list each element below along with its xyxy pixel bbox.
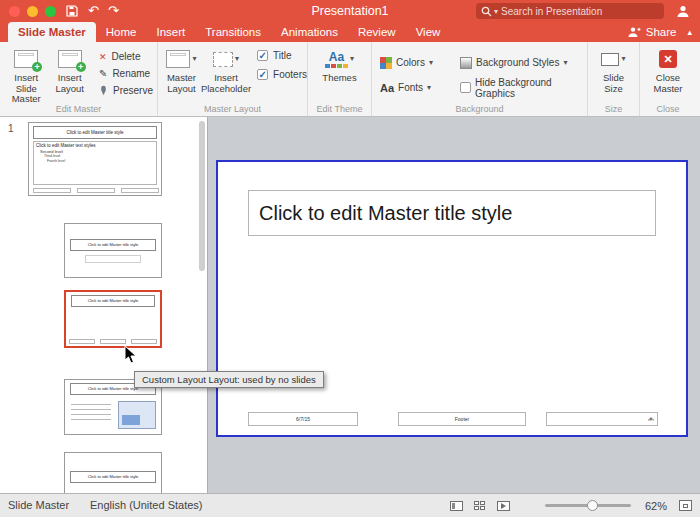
group-label-close: Close	[640, 104, 696, 114]
slide-number: 1	[8, 123, 14, 134]
layout1-title: Click to edit Master title style	[70, 239, 156, 251]
master-layout-label: Master Layout	[162, 73, 201, 94]
footers-checkbox[interactable]: ✓	[257, 69, 268, 80]
title-checkbox[interactable]: ✓	[257, 50, 268, 61]
group-label-master-layout: Master Layout	[158, 104, 307, 114]
group-label-size: Size	[588, 104, 639, 114]
insert-layout-label: Insert Layout	[48, 73, 91, 94]
hide-background-graphics-row[interactable]: Hide Background Graphics	[460, 77, 594, 99]
tab-home[interactable]: Home	[96, 22, 147, 42]
slide-canvas[interactable]: Click to edit Master title style 6/7/15 …	[216, 160, 688, 437]
rename-button[interactable]: ✎ Rename	[95, 65, 157, 82]
fonts-label: Fonts	[398, 82, 423, 93]
fonts-icon: Aa	[380, 82, 394, 94]
search-icon	[481, 6, 492, 17]
share-icon	[627, 26, 641, 38]
themes-caret-icon: ▾	[350, 54, 354, 65]
hide-background-graphics-checkbox[interactable]	[460, 82, 471, 93]
titlebar: ↶ ↷ Presentation1 ▾	[0, 0, 700, 22]
tab-insert[interactable]: Insert	[146, 22, 195, 42]
title-placeholder[interactable]: Click to edit Master title style	[248, 190, 656, 236]
group-size: ▾ Slide Size Size	[588, 42, 640, 116]
zoom-percentage[interactable]: 62%	[645, 500, 667, 512]
layout-thumbnail-2-selected[interactable]: Click to edit Master title style	[64, 290, 162, 348]
master-layout-button[interactable]: ▾ Master Layout	[162, 42, 201, 94]
zoom-slider-knob[interactable]	[587, 500, 598, 511]
footers-checkbox-row[interactable]: ✓ Footers	[257, 69, 307, 80]
tab-slide-master[interactable]: Slide Master	[8, 22, 96, 42]
tab-animations[interactable]: Animations	[271, 22, 348, 42]
collapse-ribbon-icon[interactable]: ▴	[687, 27, 692, 37]
slide-sorter-view-icon[interactable]	[474, 501, 486, 511]
insert-placeholder-caret-icon: ▾	[235, 54, 239, 65]
layout2-number-box	[131, 339, 157, 344]
group-edit-master: + Insert Slide Master + Insert Layout ✕ …	[0, 42, 158, 116]
search-box[interactable]: ▾	[476, 3, 664, 19]
delete-button[interactable]: ✕ Delete	[95, 48, 157, 65]
close-master-icon: ✕	[659, 50, 677, 68]
master-thumb-footer-box	[77, 188, 115, 193]
background-styles-button[interactable]: Background Styles ▾	[460, 57, 594, 69]
master-layout-icon	[166, 50, 190, 68]
app-window: ↶ ↷ Presentation1 ▾ Slide Master Home In…	[0, 0, 700, 517]
colors-button[interactable]: Colors ▾	[380, 57, 460, 69]
search-scope-caret-icon[interactable]: ▾	[494, 7, 498, 16]
close-master-button[interactable]: ✕ Close Master	[643, 42, 693, 94]
tab-view[interactable]: View	[406, 22, 451, 42]
tab-review[interactable]: Review	[348, 22, 406, 42]
close-master-label: Close Master	[648, 73, 688, 94]
status-bar: Slide Master English (United States) 62%	[0, 493, 700, 517]
colors-label: Colors	[396, 57, 425, 68]
background-styles-icon	[460, 57, 472, 69]
layout-thumbnail-4[interactable]: Click to edit Master title style	[64, 452, 162, 493]
zoom-slider[interactable]	[545, 504, 631, 507]
insert-slide-master-button[interactable]: + Insert Slide Master	[4, 42, 48, 105]
master-layout-caret-icon: ▾	[192, 54, 196, 65]
sidebar-scrollbar[interactable]	[199, 121, 205, 271]
statusbar-language[interactable]: English (United States)	[90, 499, 203, 511]
title-checkbox-row[interactable]: ✓ Title	[257, 50, 307, 61]
master-slide-thumbnail[interactable]: Click to edit Master title style Click t…	[28, 122, 162, 196]
insert-placeholder-button[interactable]: ▾ Insert Placeholder	[201, 42, 251, 94]
group-label-background: Background	[372, 104, 587, 114]
preserve-pin-icon	[99, 85, 108, 96]
search-input[interactable]	[501, 6, 659, 17]
preserve-label: Preserve	[113, 85, 153, 96]
normal-view-icon[interactable]	[450, 501, 463, 511]
slide-number-placeholder[interactable]: ‹#›	[546, 412, 658, 426]
layout1-subtitle-box	[85, 255, 141, 263]
layout-thumbnail-1[interactable]: Click to edit Master title style	[64, 223, 162, 278]
date-placeholder[interactable]: 6/7/15	[248, 412, 358, 426]
tab-transitions[interactable]: Transitions	[195, 22, 271, 42]
title-checkbox-label: Title	[273, 50, 292, 61]
share-button[interactable]: Share	[646, 26, 677, 38]
layout2-date-box	[69, 339, 95, 344]
colors-caret-icon: ▾	[429, 58, 433, 67]
themes-icon: Aa	[325, 51, 348, 68]
insert-placeholder-label: Insert Placeholder	[201, 73, 251, 94]
slideshow-view-icon[interactable]	[497, 501, 510, 511]
themes-button[interactable]: Aa ▾ Themes	[312, 42, 368, 84]
colors-icon	[380, 57, 392, 69]
ribbon-tab-bar: Slide Master Home Insert Transitions Ani…	[0, 22, 700, 42]
layout-tooltip: Custom Layout Layout: used by no slides	[134, 371, 324, 388]
group-close: ✕ Close Master Close	[640, 42, 696, 116]
thumbnail-pane: 1 Click to edit Master title style Click…	[0, 117, 208, 493]
insert-layout-icon: +	[58, 50, 82, 68]
master-thumb-title: Click to edit Master title style	[33, 126, 157, 139]
fonts-button[interactable]: Aa Fonts ▾	[380, 82, 460, 94]
insert-slide-master-icon: +	[14, 50, 38, 68]
master-thumb-body: Click to edit Master text styles Second …	[33, 141, 157, 185]
footer-placeholder[interactable]: Footer	[398, 412, 526, 426]
slide-size-button[interactable]: ▾ Slide Size	[590, 42, 638, 94]
insert-slide-master-label: Insert Slide Master	[4, 73, 48, 105]
layout4-title: Click to edit Master title style	[70, 471, 156, 483]
insert-layout-button[interactable]: + Insert Layout	[48, 42, 91, 105]
fit-slide-to-window-icon[interactable]	[679, 500, 692, 511]
preserve-button[interactable]: Preserve	[95, 82, 157, 99]
layout2-title: Click to edit Master title style	[71, 295, 155, 307]
rename-icon: ✎	[99, 68, 107, 79]
account-icon[interactable]	[676, 4, 690, 22]
delete-label: Delete	[112, 51, 141, 62]
background-styles-label: Background Styles	[476, 57, 559, 68]
